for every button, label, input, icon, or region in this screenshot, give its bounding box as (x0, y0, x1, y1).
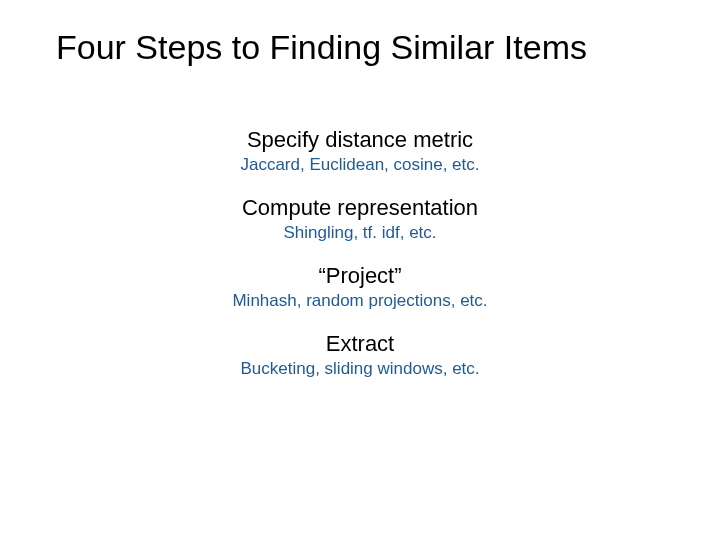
step-title: Specify distance metric (240, 127, 479, 153)
slide-title: Four Steps to Finding Similar Items (0, 28, 720, 67)
step-item: Compute representation Shingling, tf. id… (242, 195, 478, 243)
step-item: “Project” Minhash, random projections, e… (232, 263, 487, 311)
step-detail: Jaccard, Euclidean, cosine, etc. (240, 155, 479, 175)
step-item: Extract Bucketing, sliding windows, etc. (240, 331, 479, 379)
step-detail: Minhash, random projections, etc. (232, 291, 487, 311)
step-item: Specify distance metric Jaccard, Euclide… (240, 127, 479, 175)
step-title: Compute representation (242, 195, 478, 221)
slide-container: Four Steps to Finding Similar Items Spec… (0, 0, 720, 540)
step-title: “Project” (232, 263, 487, 289)
step-title: Extract (240, 331, 479, 357)
steps-list: Specify distance metric Jaccard, Euclide… (0, 127, 720, 399)
step-detail: Shingling, tf. idf, etc. (242, 223, 478, 243)
step-detail: Bucketing, sliding windows, etc. (240, 359, 479, 379)
